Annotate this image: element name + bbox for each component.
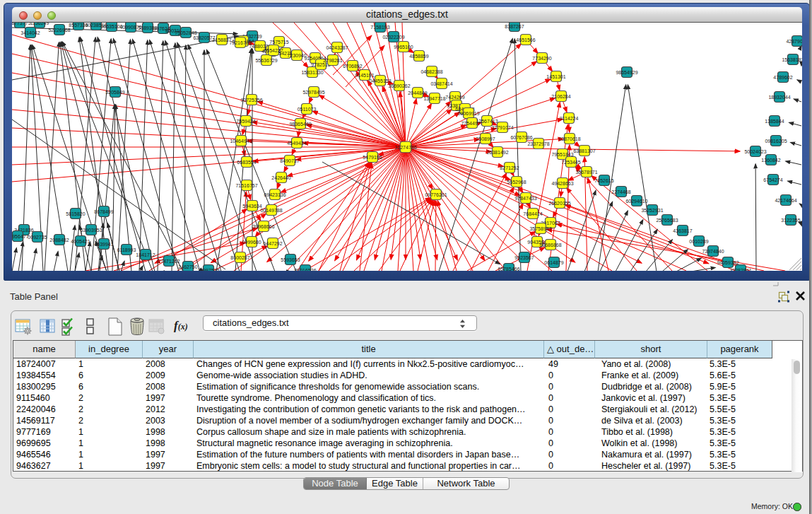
svg-text:4858859: 4858859: [409, 54, 428, 59]
svg-text:32282841: 32282841: [729, 268, 751, 271]
svg-text:6118993: 6118993: [117, 247, 136, 252]
svg-text:35252931: 35252931: [641, 208, 663, 213]
svg-text:4363817: 4363817: [673, 228, 692, 233]
svg-text:65785466: 65785466: [498, 267, 519, 271]
svg-text:9114224: 9114224: [560, 116, 579, 121]
svg-text:55636729: 55636729: [255, 58, 277, 63]
svg-text:0092735: 0092735: [28, 235, 47, 240]
svg-text:98365449: 98365449: [289, 122, 311, 127]
svg-text:04455153: 04455153: [369, 78, 391, 83]
svg-text:4005421: 4005421: [71, 239, 90, 244]
svg-text:39968666: 39968666: [252, 224, 274, 229]
svg-text:22997535: 22997535: [197, 268, 219, 271]
svg-text:13947718: 13947718: [423, 96, 445, 101]
svg-text:4651566: 4651566: [516, 37, 535, 42]
svg-text:2044849: 2044849: [408, 90, 427, 95]
svg-text:7559424: 7559424: [236, 119, 255, 124]
svg-text:60767086: 60767086: [510, 135, 532, 140]
svg-text:03870618: 03870618: [558, 136, 580, 141]
svg-text:2462750: 2462750: [178, 264, 197, 269]
svg-text:36678971: 36678971: [575, 170, 597, 175]
svg-text:09816205: 09816205: [765, 139, 787, 144]
svg-text:7424269: 7424269: [445, 95, 464, 100]
svg-text:77471262: 77471262: [158, 259, 180, 264]
svg-text:50024023: 50024023: [744, 149, 766, 154]
svg-text:98654929: 98654929: [616, 70, 637, 75]
svg-text:09776261: 09776261: [425, 192, 447, 197]
svg-text:5652968: 5652968: [507, 180, 526, 185]
svg-text:1385844: 1385844: [765, 119, 784, 124]
svg-text:7575715: 7575715: [269, 40, 288, 45]
svg-text:71516757: 71516757: [235, 183, 257, 188]
svg-text:60294610: 60294610: [625, 199, 647, 204]
svg-text:00149788: 00149788: [260, 208, 282, 213]
svg-text:2088482: 2088482: [49, 238, 69, 243]
svg-text:52226968: 52226968: [48, 28, 70, 33]
svg-text:68686868: 68686868: [539, 243, 561, 247]
svg-text:4789602: 4789602: [773, 75, 792, 80]
svg-text:73974840: 73974840: [702, 249, 724, 254]
svg-text:2274468: 2274468: [611, 189, 630, 194]
svg-text:15831330: 15831330: [301, 70, 323, 75]
svg-text:26381492: 26381492: [486, 150, 508, 155]
svg-text:2106284: 2106284: [551, 94, 570, 99]
svg-text:35758987: 35758987: [529, 226, 551, 231]
svg-text:0999680: 0999680: [242, 240, 261, 245]
svg-text:1156249: 1156249: [30, 23, 49, 25]
svg-text:4539941: 4539941: [94, 242, 113, 247]
svg-text:8600287: 8600287: [230, 255, 249, 260]
svg-text:02322209: 02322209: [382, 35, 404, 40]
svg-text:03487414: 03487414: [430, 81, 452, 86]
svg-text:2426440: 2426440: [271, 175, 290, 180]
svg-text:6754274: 6754274: [763, 177, 782, 182]
svg-text:49428663: 49428663: [551, 181, 573, 186]
svg-text:7684414: 7684414: [523, 211, 542, 216]
svg-text:69423136: 69423136: [264, 192, 286, 197]
svg-text:6554227: 6554227: [264, 48, 283, 53]
svg-text:18932044: 18932044: [768, 95, 790, 100]
svg-text:0511073: 0511073: [298, 107, 317, 112]
svg-text:7852615: 7852615: [594, 178, 613, 183]
svg-text:9145191: 9145191: [355, 73, 374, 78]
svg-text:2508997: 2508997: [476, 136, 495, 141]
svg-text:79216709: 79216709: [229, 40, 251, 45]
svg-text:5943634: 5943634: [242, 204, 261, 209]
svg-text:8678499: 8678499: [94, 209, 113, 214]
svg-text:36690262: 36690262: [388, 83, 410, 88]
svg-text:6706892: 6706892: [343, 64, 362, 69]
svg-text:52978495: 52978495: [302, 90, 324, 95]
svg-text:53903953: 53903953: [80, 228, 102, 233]
svg-text:7158193: 7158193: [370, 25, 389, 30]
svg-text:42174664: 42174664: [775, 198, 796, 203]
svg-text:25765683: 25765683: [656, 218, 678, 223]
svg-text:2798281: 2798281: [323, 58, 342, 63]
svg-text:1360842: 1360842: [761, 158, 780, 163]
svg-text:3122355: 3122355: [781, 218, 800, 223]
svg-text:63956477: 63956477: [12, 234, 29, 239]
svg-text:94059382: 94059382: [717, 260, 739, 265]
svg-text:5815820: 5815820: [66, 211, 85, 216]
svg-text:5205849: 5205849: [105, 90, 124, 95]
svg-text:8387267: 8387267: [505, 24, 524, 29]
svg-text:63881307: 63881307: [573, 148, 595, 153]
svg-text:5593653: 5593653: [281, 257, 300, 262]
svg-text:79551843: 79551843: [551, 152, 573, 157]
svg-text:0614879: 0614879: [544, 260, 563, 265]
svg-text:9965100: 9965100: [394, 45, 413, 49]
svg-text:23372978: 23372978: [527, 141, 549, 146]
svg-text:42879017: 42879017: [786, 39, 802, 44]
svg-text:26620155: 26620155: [548, 201, 570, 206]
svg-text:7734290: 7734290: [532, 56, 551, 61]
svg-text:0010289: 0010289: [689, 239, 708, 244]
svg-text:3414042: 3414042: [20, 30, 40, 35]
svg-text:8271252: 8271252: [500, 165, 519, 170]
svg-text:12567413: 12567413: [476, 119, 498, 124]
svg-text:75052848: 75052848: [175, 30, 196, 35]
svg-text:90725356: 90725356: [240, 98, 262, 103]
svg-text:09069919: 09069919: [457, 111, 479, 116]
svg-text:4549434: 4549434: [287, 141, 306, 146]
svg-text:04682388: 04682388: [420, 69, 442, 74]
svg-text:37791074: 37791074: [491, 125, 513, 130]
svg-text:1451301: 1451301: [546, 74, 565, 79]
svg-text:88016526: 88016526: [294, 268, 316, 271]
